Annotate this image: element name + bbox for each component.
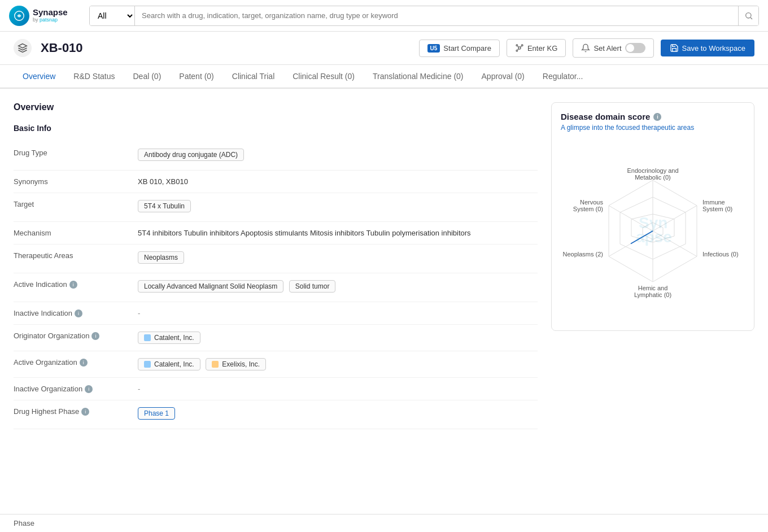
org-dot-3: [212, 361, 219, 368]
tab-rd-status[interactable]: R&D Status: [64, 65, 124, 89]
start-compare-button[interactable]: U5 Start Compare: [419, 40, 500, 57]
logo-sub: by patsnap: [33, 18, 68, 23]
inactive-org-row: Inactive Organization i -: [14, 378, 538, 400]
compare-icon: U5: [427, 44, 440, 53]
drug-type-tag: Antibody drug conjugate (ADC): [138, 149, 244, 161]
compare-label: Start Compare: [443, 44, 491, 53]
logo-name: Synapse: [33, 8, 68, 18]
tab-clinical-result[interactable]: Clinical Result (0): [283, 65, 364, 89]
therapeutic-areas-value: Neoplasms: [138, 251, 538, 266]
kg-icon: [515, 43, 524, 53]
svg-text:Immune: Immune: [702, 199, 725, 206]
content-left: Overview Basic Info Drug Type Antibody d…: [14, 102, 538, 429]
inactive-org-value: -: [138, 385, 538, 393]
drug-phase-info-icon[interactable]: i: [81, 408, 89, 416]
originator-org-value: Catalent, Inc.: [138, 332, 538, 344]
search-button[interactable]: [738, 6, 758, 25]
svg-text:apse: apse: [636, 228, 672, 246]
tab-translational[interactable]: Translational Medicine (0): [364, 65, 473, 89]
active-org-info-icon[interactable]: i: [80, 359, 88, 367]
main-content: Overview Basic Info Drug Type Antibody d…: [0, 89, 768, 443]
active-indication-info-icon[interactable]: i: [69, 281, 77, 289]
synonyms-value: XB 010, XB010: [138, 177, 538, 186]
svg-line-7: [518, 46, 519, 47]
drug-header: XB-010 U5 Start Compare Enter KG Set Ale…: [0, 32, 768, 65]
save-workspace-label: Save to Workspace: [682, 44, 745, 53]
org-dot-2: [144, 361, 151, 368]
drug-type-row: Drug Type Antibody drug conjugate (ADC): [14, 142, 538, 171]
svg-text:System (0): System (0): [702, 206, 732, 212]
active-org-tag-1[interactable]: Catalent, Inc.: [138, 358, 200, 370]
active-org-label: Active Organization i: [14, 358, 138, 367]
tab-clinical-trial[interactable]: Clinical Trial: [223, 65, 283, 89]
therapeutic-areas-label: Therapeutic Areas: [14, 251, 138, 260]
alert-icon: [581, 43, 590, 53]
inactive-indication-info-icon[interactable]: i: [75, 309, 82, 317]
active-indication-label: Active Indication i: [14, 280, 138, 289]
svg-text:Infectious (0): Infectious (0): [702, 251, 739, 258]
originator-org-label: Originator Organization i: [14, 332, 138, 340]
svg-text:Metabolic (0): Metabolic (0): [635, 174, 671, 181]
active-org-tag-2[interactable]: Exelixis, Inc.: [206, 358, 266, 370]
originator-org-tag[interactable]: Catalent, Inc.: [138, 332, 200, 344]
set-alert-button[interactable]: Set Alert: [573, 38, 653, 58]
phase-tag[interactable]: Phase 1: [138, 407, 175, 420]
active-indication-row: Active Indication i Locally Advanced Mal…: [14, 273, 538, 302]
tab-overview[interactable]: Overview: [14, 65, 64, 89]
search-category-select[interactable]: All Drug Target: [90, 6, 135, 25]
search-bar[interactable]: All Drug Target: [89, 6, 759, 26]
logo-icon: [9, 6, 29, 26]
basic-info-title: Basic Info: [14, 124, 538, 133]
save-workspace-button[interactable]: Save to Workspace: [661, 40, 754, 56]
score-info-icon[interactable]: i: [653, 113, 661, 121]
inactive-org-info-icon[interactable]: i: [85, 385, 93, 393]
mechanism-value: 5T4 inhibitors Tubulin inhibitors Apopto…: [138, 229, 538, 237]
target-label: Target: [14, 200, 138, 208]
active-org-row: Active Organization i Catalent, Inc. Exe…: [14, 351, 538, 378]
tab-deal[interactable]: Deal (0): [124, 65, 171, 89]
originator-org-row: Originator Organization i Catalent, Inc.: [14, 325, 538, 351]
active-org-value: Catalent, Inc. Exelixis, Inc.: [138, 358, 538, 370]
svg-text:Endocrinology and: Endocrinology and: [627, 167, 678, 174]
enter-kg-button[interactable]: Enter KG: [507, 39, 566, 57]
drug-type-value: Antibody drug conjugate (ADC): [138, 149, 538, 163]
inactive-indication-value: -: [138, 309, 538, 317]
svg-text:Nervous: Nervous: [580, 199, 603, 206]
alert-toggle[interactable]: [625, 43, 645, 53]
inactive-indication-row: Inactive Indication i -: [14, 302, 538, 325]
drug-phase-row: Drug Highest Phase i Phase 1: [14, 400, 538, 429]
svg-line-8: [520, 46, 521, 47]
score-subtitle: A glimpse into the focused therapeutic a…: [561, 124, 745, 132]
tabs-bar: Overview R&D Status Deal (0) Patent (0) …: [0, 65, 768, 89]
target-value: 5T4 x Tubulin: [138, 200, 538, 215]
synonyms-row: Synonyms XB 010, XB010: [14, 171, 538, 193]
svg-text:Lymphatic (0): Lymphatic (0): [634, 291, 671, 298]
search-input[interactable]: [135, 6, 738, 25]
drug-actions: U5 Start Compare Enter KG Set Alert: [419, 38, 754, 58]
logo: Synapse by patsnap: [9, 6, 82, 26]
drug-type-label: Drug Type: [14, 149, 138, 157]
tab-regulatory[interactable]: Regulator...: [534, 65, 592, 89]
mechanism-row: Mechanism 5T4 inhibitors Tubulin inhibit…: [14, 222, 538, 245]
target-tag[interactable]: 5T4 x Tubulin: [138, 200, 191, 212]
indication-tag-1: Locally Advanced Malignant Solid Neoplas…: [138, 280, 283, 293]
save-icon: [670, 43, 679, 53]
therapeutic-areas-row: Therapeutic Areas Neoplasms: [14, 245, 538, 273]
tab-approval[interactable]: Approval (0): [473, 65, 534, 89]
org-dot-1: [144, 334, 151, 341]
active-indication-value: Locally Advanced Malignant Solid Neoplas…: [138, 280, 538, 295]
mechanism-label: Mechanism: [14, 229, 138, 237]
originator-org-info-icon[interactable]: i: [91, 332, 99, 340]
svg-text:System (0): System (0): [573, 206, 603, 212]
svg-point-4: [516, 45, 518, 46]
set-alert-label: Set Alert: [594, 44, 621, 53]
score-title: Disease domain score i: [561, 112, 745, 121]
synonyms-label: Synonyms: [14, 177, 138, 186]
tab-patent[interactable]: Patent (0): [170, 65, 222, 89]
radar-svg: Syn apse Endocrinology and Metabolic (0)…: [562, 149, 743, 313]
drug-phase-label: Drug Highest Phase i: [14, 407, 138, 416]
toggle-knob: [626, 44, 634, 52]
therapeutic-area-tag: Neoplasms: [138, 251, 184, 264]
svg-line-2: [750, 18, 752, 19]
drug-name: XB-010: [41, 41, 83, 55]
